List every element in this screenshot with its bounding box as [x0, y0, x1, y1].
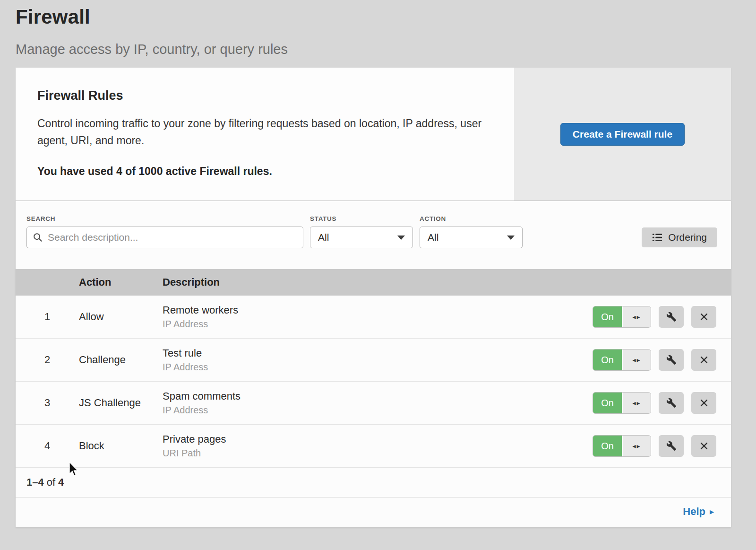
action-selected-value: All	[428, 232, 438, 243]
edit-rule-button[interactable]	[659, 392, 684, 414]
toggle-arrows-icon: ◂▸	[622, 393, 651, 413]
row-controls: On ◂▸	[593, 435, 731, 457]
delete-rule-button[interactable]	[691, 306, 716, 328]
wrench-icon	[666, 355, 677, 365]
page-subtitle: Manage access by IP, country, or query r…	[16, 42, 756, 57]
edit-rule-button[interactable]	[659, 435, 684, 457]
create-firewall-rule-button[interactable]: Create a Firewall rule	[560, 123, 685, 146]
rule-priority: 2	[16, 354, 79, 366]
search-box	[26, 227, 303, 248]
search-input[interactable]	[26, 227, 303, 248]
status-filter: STATUS All	[310, 215, 413, 248]
panel-footer: Help ▸	[16, 497, 731, 526]
rule-description: Spam comments	[163, 390, 593, 402]
rule-description-cell: Test rule IP Address	[163, 347, 593, 373]
toggle-arrows-icon: ◂▸	[622, 349, 651, 370]
rule-match-type: IP Address	[163, 319, 593, 330]
delete-rule-button[interactable]	[691, 392, 716, 414]
search-label: SEARCH	[26, 215, 303, 222]
wrench-icon	[666, 398, 677, 408]
rule-match-type: IP Address	[163, 405, 593, 416]
ordered-list-icon	[652, 232, 662, 243]
page-title: Firewall	[16, 6, 756, 28]
row-controls: On ◂▸	[593, 306, 731, 328]
rule-description: Private pages	[163, 433, 593, 445]
rule-enabled-toggle[interactable]: On ◂▸	[593, 435, 651, 457]
close-icon	[699, 312, 709, 322]
card-action-area: Create a Firewall rule	[514, 68, 731, 201]
table-header: Action Description	[16, 269, 731, 296]
row-controls: On ◂▸	[593, 392, 731, 414]
rule-enabled-toggle[interactable]: On ◂▸	[593, 392, 651, 414]
chevron-right-icon: ▸	[710, 507, 714, 516]
pagination-range: 1–4	[26, 476, 44, 489]
rule-description-cell: Spam comments IP Address	[163, 390, 593, 416]
wrench-icon	[666, 441, 677, 451]
card-description: Control incoming traffic to your zone by…	[37, 115, 484, 149]
column-action: Action	[79, 276, 163, 288]
filters-bar: SEARCH STATUS All ACTION All	[16, 201, 731, 248]
toggle-on-label: On	[593, 306, 622, 327]
rule-description-cell: Remote workers IP Address	[163, 304, 593, 330]
help-link[interactable]: Help ▸	[683, 506, 714, 518]
close-icon	[699, 398, 709, 408]
rule-priority: 3	[16, 397, 79, 409]
rules-panel: SEARCH STATUS All ACTION All	[16, 201, 731, 527]
rule-action: Block	[79, 440, 163, 452]
action-label: ACTION	[420, 215, 523, 222]
search-icon	[33, 232, 43, 243]
help-label: Help	[683, 506, 705, 518]
ordering-label: Ordering	[668, 232, 707, 243]
pagination-of: of	[47, 476, 55, 489]
toggle-on-label: On	[593, 393, 622, 413]
status-selected-value: All	[318, 232, 329, 243]
rules-usage-text: You have used 4 of 1000 active Firewall …	[37, 165, 486, 178]
edit-rule-button[interactable]	[659, 306, 684, 328]
rule-enabled-toggle[interactable]: On ◂▸	[593, 306, 651, 328]
wrench-icon	[666, 312, 677, 322]
action-select[interactable]: All	[420, 227, 523, 248]
table-row: 4 Block Private pages URI Path On ◂▸	[16, 425, 731, 468]
rule-description: Remote workers	[163, 304, 593, 316]
edit-rule-button[interactable]	[659, 349, 684, 371]
rule-action: Challenge	[79, 354, 163, 366]
toggle-on-label: On	[593, 436, 622, 456]
card-heading: Firewall Rules	[37, 88, 486, 103]
status-select[interactable]: All	[310, 227, 413, 248]
column-description: Description	[163, 276, 731, 288]
toggle-arrows-icon: ◂▸	[622, 436, 651, 456]
rule-priority: 4	[16, 440, 79, 452]
rule-action: JS Challenge	[79, 397, 163, 409]
rule-action: Allow	[79, 311, 163, 323]
action-filter: ACTION All	[420, 215, 523, 248]
rule-description-cell: Private pages URI Path	[163, 433, 593, 459]
toggle-on-label: On	[593, 349, 622, 370]
rule-description: Test rule	[163, 347, 593, 359]
ordering-button[interactable]: Ordering	[642, 227, 717, 247]
table-row: 3 JS Challenge Spam comments IP Address …	[16, 382, 731, 425]
delete-rule-button[interactable]	[691, 435, 716, 457]
rule-match-type: URI Path	[163, 448, 593, 459]
rule-match-type: IP Address	[163, 362, 593, 373]
pagination-total: 4	[58, 476, 64, 489]
close-icon	[699, 355, 709, 365]
search-filter: SEARCH	[26, 215, 303, 248]
pagination: 1–4 of 4	[16, 468, 731, 497]
rule-enabled-toggle[interactable]: On ◂▸	[593, 349, 651, 371]
chevron-down-icon	[507, 236, 515, 240]
chevron-down-icon	[397, 236, 405, 240]
firewall-rules-card-body: Firewall Rules Control incoming traffic …	[16, 68, 514, 201]
table-row: 1 Allow Remote workers IP Address On ◂▸	[16, 296, 731, 339]
toggle-arrows-icon: ◂▸	[622, 306, 651, 327]
status-label: STATUS	[310, 215, 413, 222]
delete-rule-button[interactable]	[691, 349, 716, 371]
close-icon	[699, 441, 709, 451]
table-row: 2 Challenge Test rule IP Address On ◂▸	[16, 339, 731, 382]
firewall-rules-card: Firewall Rules Control incoming traffic …	[16, 68, 731, 201]
row-controls: On ◂▸	[593, 349, 731, 371]
rule-priority: 1	[16, 311, 79, 323]
page-header: Firewall Manage access by IP, country, o…	[0, 0, 756, 57]
